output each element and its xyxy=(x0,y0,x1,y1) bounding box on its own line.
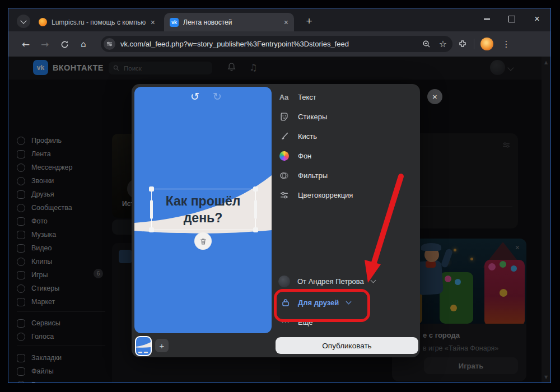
browser-window: Lumpics.ru - помощь с компью × vk Лента … xyxy=(8,8,551,383)
tab-search-button[interactable] xyxy=(17,15,30,28)
resize-handle[interactable] xyxy=(150,200,153,219)
close-editor-button[interactable]: × xyxy=(427,89,442,104)
story-thumbnail[interactable] xyxy=(135,336,152,356)
resize-handle[interactable] xyxy=(254,200,257,219)
sticker-icon xyxy=(278,111,290,122)
site-settings-icon xyxy=(106,41,113,47)
chevron-down-icon xyxy=(20,17,26,24)
tab-strip: Lumpics.ru - помощь с компью × vk Лента … xyxy=(8,8,550,31)
maximize-icon xyxy=(508,16,515,22)
tool-filters[interactable]: Фильтры xyxy=(278,169,328,182)
forward-button[interactable]: → xyxy=(38,37,52,52)
story-canvas[interactable]: ↺ ↻ Как прошёл день? xyxy=(134,87,272,333)
extensions-button[interactable] xyxy=(455,37,470,52)
browser-profile-avatar[interactable] xyxy=(480,38,493,50)
sliders-icon xyxy=(278,189,290,200)
thumbnail-swoosh-graphic xyxy=(136,337,151,355)
tab-vk-feed[interactable]: vk Лента новостей × xyxy=(164,13,294,31)
vk-favicon-icon: vk xyxy=(170,18,179,27)
text-tool-icon: Aa xyxy=(278,91,290,102)
close-icon: × xyxy=(534,15,539,24)
redo-icon[interactable]: ↻ xyxy=(213,90,222,102)
trash-icon xyxy=(199,237,207,245)
color-wheel-icon xyxy=(278,150,290,161)
address-bar[interactable]: vk.com/al_feed.php?w=story_publisher%3Fe… xyxy=(101,36,452,52)
tab-close-icon[interactable]: × xyxy=(151,18,155,26)
minimize-button[interactable] xyxy=(474,8,499,30)
zoom-out-icon[interactable] xyxy=(422,40,431,48)
filters-icon xyxy=(278,170,290,181)
lumpics-favicon-icon xyxy=(39,18,47,26)
toolbar-divider xyxy=(474,39,474,49)
minimize-icon xyxy=(484,18,490,19)
back-button[interactable]: ← xyxy=(18,37,33,52)
new-tab-button[interactable]: + xyxy=(302,14,316,29)
annotation-arrow xyxy=(336,168,431,297)
bookmark-star-icon[interactable]: ☆ xyxy=(439,39,447,49)
resize-handle[interactable] xyxy=(149,186,154,192)
brush-icon xyxy=(278,130,290,142)
tool-text[interactable]: AaТекст xyxy=(278,90,316,104)
site-info-button[interactable] xyxy=(104,38,115,50)
resize-handle[interactable] xyxy=(253,186,258,192)
url-text: vk.com/al_feed.php?w=story_publisher%3Fe… xyxy=(120,40,349,48)
tab-title: Lumpics.ru - помощь с компью xyxy=(52,18,146,26)
tab-lumpics[interactable]: Lumpics.ru - помощь с компью × xyxy=(33,13,161,31)
text-selection-box[interactable] xyxy=(151,189,256,230)
delete-text-button[interactable] xyxy=(194,232,212,250)
resize-handle[interactable] xyxy=(253,227,258,232)
window-close-button[interactable]: × xyxy=(525,8,549,30)
maximize-button[interactable] xyxy=(500,8,524,30)
browser-toolbar: ← → ⌂ vk.com/al_feed.php?w=story_publish… xyxy=(8,31,550,57)
author-avatar xyxy=(278,276,290,287)
undo-icon[interactable]: ↺ xyxy=(190,90,199,102)
puzzle-icon xyxy=(458,40,467,49)
tool-stickers[interactable]: Стикеры xyxy=(278,110,327,123)
browser-menu-button[interactable]: ⋮ xyxy=(499,37,514,52)
tool-background[interactable]: Фон xyxy=(278,149,311,162)
resize-handle[interactable] xyxy=(149,227,154,232)
reload-button[interactable] xyxy=(57,37,72,52)
tab-close-icon[interactable]: × xyxy=(284,18,288,26)
home-button[interactable]: ⌂ xyxy=(76,37,91,52)
tab-title: Лента новостей xyxy=(183,18,279,26)
tool-brush[interactable]: Кисть xyxy=(278,129,317,143)
reload-icon xyxy=(60,40,69,49)
publish-button[interactable]: Опубликовать xyxy=(276,337,418,354)
add-slide-button[interactable]: + xyxy=(155,339,169,352)
